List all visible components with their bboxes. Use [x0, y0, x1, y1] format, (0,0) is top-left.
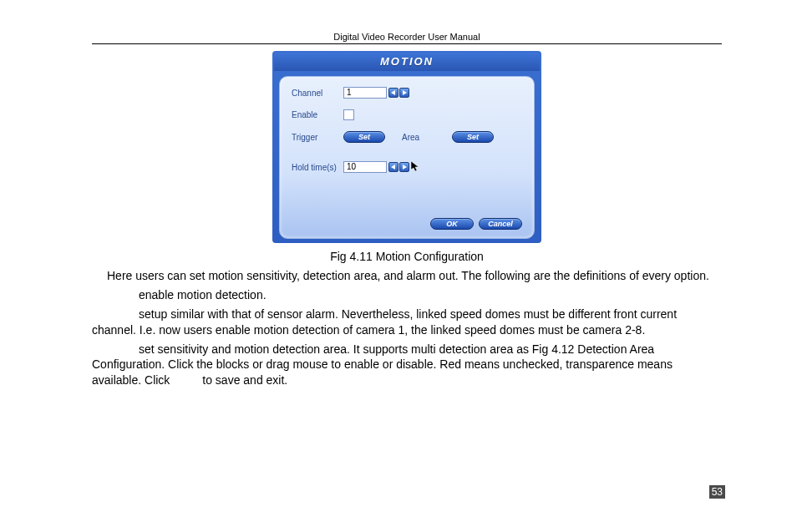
header-rule: [92, 43, 722, 44]
header-title: Digital Video Recorder User Manual: [92, 32, 722, 42]
hold-prev-button[interactable]: [388, 162, 398, 172]
figure-container: MOTION Channel 1 Enable: [92, 51, 722, 243]
paragraph-4a: set sensitivity and motion detection are…: [92, 342, 673, 388]
cancel-button[interactable]: Cancel: [479, 218, 522, 230]
hold-label: Hold time(s): [292, 163, 343, 172]
svg-marker-1: [403, 90, 407, 95]
motion-dialog: MOTION Channel 1 Enable: [272, 51, 541, 243]
channel-label: Channel: [292, 89, 343, 98]
paragraph-4: set sensitivity and motion detection are…: [92, 342, 722, 389]
trigger-row: Trigger Set Area Set: [292, 131, 522, 143]
area-label: Area: [402, 133, 452, 142]
enable-row: Enable: [292, 109, 522, 120]
trigger-set-button[interactable]: Set: [343, 131, 385, 143]
svg-marker-0: [391, 90, 395, 95]
action-row: OK Cancel: [430, 218, 522, 230]
enable-label: Enable: [292, 110, 343, 119]
svg-marker-4: [411, 161, 419, 171]
channel-input[interactable]: 1: [343, 87, 387, 99]
trigger-label: Trigger: [292, 133, 343, 142]
paragraph-3: setup similar with that of sensor alarm.…: [92, 307, 722, 338]
page-number: 53: [709, 485, 725, 499]
hold-next-button[interactable]: [399, 162, 409, 172]
enable-checkbox[interactable]: [343, 109, 354, 120]
hold-row: Hold time(s) 10: [292, 161, 522, 173]
ok-button[interactable]: OK: [430, 218, 474, 230]
dialog-panel: Channel 1 Enable: [279, 76, 535, 239]
svg-marker-2: [391, 165, 395, 170]
paragraph-1: Here users can set motion sensitivity, d…: [92, 268, 722, 284]
hold-input[interactable]: 10: [343, 161, 387, 173]
channel-row: Channel 1: [292, 87, 522, 99]
channel-next-button[interactable]: [399, 88, 409, 98]
paragraph-4b: to save and exit.: [202, 373, 287, 387]
cursor-icon: [411, 161, 419, 173]
paragraph-2: enable motion detection.: [92, 287, 722, 303]
svg-marker-3: [403, 165, 407, 170]
area-set-button[interactable]: Set: [452, 131, 494, 143]
body-text: Here users can set motion sensitivity, d…: [92, 268, 722, 388]
dialog-title: MOTION: [274, 53, 540, 71]
figure-caption: Fig 4.11 Motion Configuration: [92, 250, 722, 263]
channel-prev-button[interactable]: [388, 88, 398, 98]
